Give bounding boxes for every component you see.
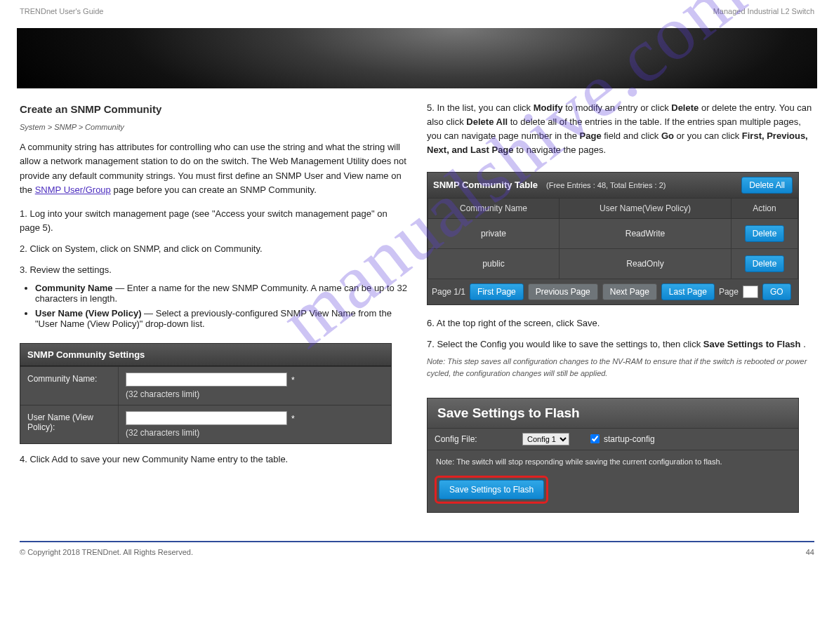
first-page-button[interactable]: First Page (470, 283, 524, 300)
required-asterisk: * (291, 375, 295, 385)
step5-delete: Delete (671, 102, 699, 113)
footer-page-number: 44 (806, 548, 814, 556)
settings-panel-title: SNMP Community Settings (20, 344, 391, 366)
step-4: 4. Click Add to save your new Community … (20, 452, 407, 467)
step5-modify: Modify (534, 102, 563, 113)
step5-e: field and click (604, 130, 661, 141)
step-2: 2. Click on System, click on SNMP, and c… (20, 242, 407, 256)
step-3: 3. Review the settings. (20, 263, 407, 277)
cell-name: public (428, 248, 560, 279)
step7-btn-text: Save Settings to Flash (703, 339, 801, 349)
delete-all-button[interactable]: Delete All (741, 177, 793, 194)
product-text: Managed Industrial L2 Switch (713, 7, 814, 15)
intro-cont: page before you can create an SNMP Commu… (113, 185, 316, 195)
previous-page-button[interactable]: Previous Page (528, 283, 598, 300)
table-row: private ReadWrite Delete (428, 218, 798, 248)
table-free-entries: (Free Entries : 48, Total Entries : 2) (546, 181, 666, 189)
nav-path: System > SNMP > Community (20, 121, 407, 133)
step5-g: to navigate the pages. (516, 145, 606, 155)
next-page-button[interactable]: Next Page (602, 283, 657, 300)
col-action: Action (732, 198, 798, 218)
snmp-community-table-panel: SNMP Community Table (Free Entries : 48,… (427, 172, 799, 305)
cell-policy: ReadOnly (560, 248, 732, 279)
delete-button[interactable]: Delete (745, 255, 785, 272)
user-name-label: User Name (View Policy): (20, 405, 119, 443)
last-page-button[interactable]: Last Page (661, 283, 715, 300)
right-column: 5. In the list, you can click Modify to … (427, 88, 814, 513)
save-settings-button[interactable]: Save Settings to Flash (439, 480, 544, 499)
pager-info: Page 1/1 (432, 287, 465, 297)
step5-f: or you can click (677, 130, 742, 141)
step7-a: 7. Select the Config you would like to s… (427, 339, 703, 349)
top-banner (17, 28, 817, 88)
bullet2-label: User Name (View Policy) (35, 308, 142, 318)
pager-page-input[interactable] (743, 286, 758, 298)
pager-page-label: Page (719, 287, 739, 297)
step5-page: Page (580, 130, 602, 141)
user-name-hint: (32 characters limit) (126, 428, 384, 438)
step7-b: . (803, 339, 806, 349)
step5-go: Go (661, 130, 674, 141)
table-pager: Page 1/1 First Page Previous Page Next P… (428, 279, 798, 304)
community-name-hint: (32 characters limit) (126, 389, 384, 399)
config-file-select[interactable]: Config 1 (522, 433, 569, 445)
required-asterisk: * (291, 414, 295, 424)
cell-name: private (428, 218, 560, 248)
delete-button[interactable]: Delete (745, 225, 785, 242)
community-name-label: Community Name: (20, 367, 119, 405)
snmp-community-settings-panel: SNMP Community Settings Community Name: … (20, 343, 392, 444)
save-panel-note: Note: The switch will stop responding wh… (428, 450, 798, 476)
brand-text: TRENDnet User's Guide (20, 7, 103, 15)
startup-config-checkbox[interactable] (590, 434, 600, 443)
snmp-user-group-link[interactable]: SNMP User/Group (35, 185, 111, 195)
community-name-input[interactable] (126, 373, 287, 387)
config-file-label: Config File: (435, 434, 501, 444)
left-column: Create an SNMP Community System > SNMP >… (20, 88, 407, 513)
table-row: public ReadOnly Delete (428, 248, 798, 279)
step5-deleteall: Delete All (466, 116, 508, 127)
cell-policy: ReadWrite (560, 218, 732, 248)
step-6: 6. At the top right of the screen, click… (427, 316, 814, 330)
bullet1-label: Community Name (35, 283, 113, 293)
step5-a: 5. In the list, you can click (427, 102, 534, 113)
col-view-policy: User Name(View Policy) (560, 198, 732, 218)
startup-config-label: startup-config (604, 434, 655, 444)
table-title: SNMP Community Table (433, 180, 538, 190)
footer-copyright: © Copyright 2018 TRENDnet. All Rights Re… (20, 548, 193, 556)
go-button[interactable]: GO (762, 283, 791, 300)
step7-note: Note: This step saves all configuration … (427, 356, 814, 380)
col-community-name: Community Name (428, 198, 560, 218)
step-1: 1. Log into your switch management page … (20, 207, 407, 235)
save-settings-panel: Save Settings to Flash Config File: Conf… (427, 398, 799, 513)
section-title: Create an SNMP Community (20, 101, 407, 117)
save-panel-title: Save Settings to Flash (428, 398, 798, 428)
step5-b: to modify an entry or click (565, 102, 671, 113)
user-name-input[interactable] (126, 411, 287, 425)
